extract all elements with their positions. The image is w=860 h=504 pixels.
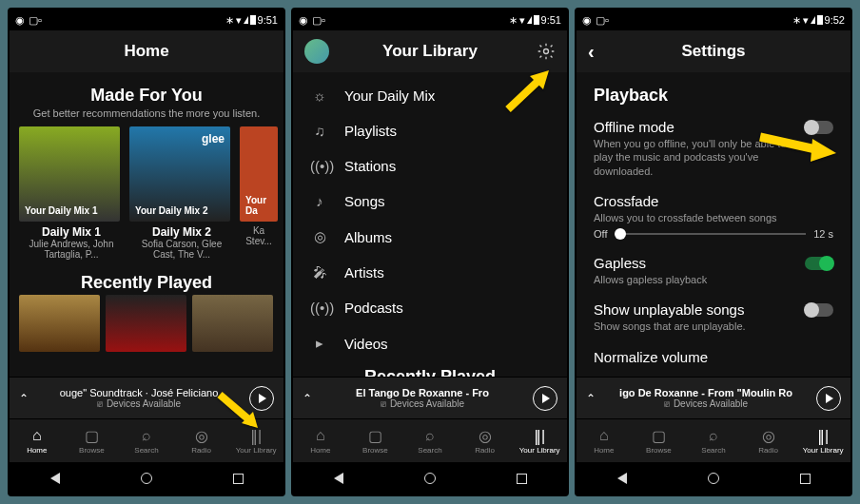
apps-icon: ▢▫ xyxy=(29,14,42,27)
offline-toggle[interactable] xyxy=(805,121,833,134)
nav-videos[interactable]: ▸Videos xyxy=(293,325,567,361)
daily-mix-card[interactable]: Your Da Ka Stev... xyxy=(240,126,278,260)
now-playing-bar[interactable]: ⌃ ouge" Soundtrack · José Feliciano ⎚Dev… xyxy=(10,377,283,418)
clock: 9:51 xyxy=(258,14,278,26)
now-playing-bar[interactable]: ⌃ El Tango De Roxanne - Fro ⎚Devices Ava… xyxy=(293,377,567,418)
back-button[interactable] xyxy=(50,473,60,484)
status-bar: ◉▢▫ ∗▾ 9:51 xyxy=(293,10,567,30)
unplayable-toggle[interactable] xyxy=(805,303,833,317)
bottom-tabs: ⌂Home ▢Browse ⌕Search ◎Radio ‖|Your Libr… xyxy=(10,418,283,462)
mic-icon: 🎤︎ xyxy=(310,264,329,281)
recently-played-title: Recently Played xyxy=(10,273,283,293)
note-icon: ♫ xyxy=(310,123,329,139)
setting-offline-mode[interactable]: Offline mode When you go offline, you'll… xyxy=(594,119,833,178)
nav-albums[interactable]: ◎Albums xyxy=(293,219,567,255)
home-button[interactable] xyxy=(708,473,719,484)
library-list: ☼Your Daily Mix ♫Playlists ((•))Stations… xyxy=(293,72,567,361)
battery-icon xyxy=(250,15,256,25)
tab-browse[interactable]: ▢Browse xyxy=(632,419,687,462)
song-icon: ♪ xyxy=(310,193,329,209)
android-nav xyxy=(293,462,567,494)
recents-button[interactable] xyxy=(233,474,244,484)
header-title: Settings xyxy=(681,42,745,61)
nav-songs[interactable]: ♪Songs xyxy=(293,184,567,219)
recents-button[interactable] xyxy=(517,474,527,484)
screen-home: ◉ ▢▫ ∗ ▾ 9:51 Home Made For You Get bett… xyxy=(8,8,285,496)
tab-browse[interactable]: ▢Browse xyxy=(348,419,403,462)
tab-search[interactable]: ⌕Search xyxy=(686,419,741,462)
sun-icon: ☼ xyxy=(310,87,329,104)
tab-library[interactable]: ‖|Your Library xyxy=(795,419,850,462)
android-nav xyxy=(577,462,850,494)
made-for-you-title: Made For You xyxy=(10,86,283,106)
gapless-toggle[interactable] xyxy=(805,257,833,270)
tab-library[interactable]: ‖|Your Library xyxy=(228,419,283,462)
devices-icon: ⎚ xyxy=(664,398,670,409)
tab-home[interactable]: ⌂Home xyxy=(577,419,632,462)
bluetooth-icon: ∗ xyxy=(225,14,234,27)
tab-home[interactable]: ⌂Home xyxy=(10,419,65,462)
podcast-icon: ((•)) xyxy=(310,300,329,316)
daily-mix-row[interactable]: Your Daily Mix 1 Daily Mix 1 Julie Andre… xyxy=(10,126,283,260)
spotify-icon: ◉ xyxy=(15,14,25,27)
chevron-up-icon[interactable]: ⌃ xyxy=(19,392,29,405)
nav-podcasts[interactable]: ((•))Podcasts xyxy=(293,290,567,325)
recently-played-row[interactable] xyxy=(10,295,283,352)
video-icon: ▸ xyxy=(310,335,329,352)
play-button[interactable] xyxy=(533,386,557,411)
header-settings: ‹ Settings xyxy=(577,30,850,72)
tab-radio[interactable]: ◎Radio xyxy=(741,419,796,462)
settings-content: Playback Offline mode When you go offlin… xyxy=(577,72,850,377)
tab-search[interactable]: ⌕Search xyxy=(119,419,174,462)
home-icon: ⌂ xyxy=(32,427,42,444)
settings-gear-icon[interactable] xyxy=(537,42,556,61)
tab-browse[interactable]: ▢Browse xyxy=(65,419,120,462)
daily-mix-card[interactable]: Your Daily Mix 1 Daily Mix 1 Julie Andre… xyxy=(19,126,124,260)
tab-home[interactable]: ⌂Home xyxy=(293,419,348,462)
back-button[interactable] xyxy=(617,473,627,484)
android-nav xyxy=(10,462,283,494)
nav-artists[interactable]: 🎤︎Artists xyxy=(293,255,567,290)
disc-icon: ◎ xyxy=(310,228,329,245)
setting-gapless[interactable]: Gapless Allows gapless playback xyxy=(594,255,833,286)
clock: 9:52 xyxy=(825,14,845,26)
tab-search[interactable]: ⌕Search xyxy=(402,419,458,462)
tab-radio[interactable]: ◎Radio xyxy=(174,419,229,462)
browse-icon: ▢ xyxy=(85,427,99,444)
screen-library: ◉▢▫ ∗▾ 9:51 Your Library ☼Your Daily Mix… xyxy=(291,8,569,496)
tab-library[interactable]: ‖|Your Library xyxy=(512,419,567,462)
back-button[interactable] xyxy=(334,473,343,484)
nav-playlists[interactable]: ♫Playlists xyxy=(293,113,567,148)
setting-crossfade[interactable]: Crossfade Allows you to crossfade betwee… xyxy=(594,193,833,240)
back-chevron-icon[interactable]: ‹ xyxy=(588,41,595,63)
signal-icon xyxy=(244,16,248,24)
screen-settings: ◉▢▫ ∗▾ 9:52 ‹ Settings Playback Offline … xyxy=(575,8,852,496)
tab-radio[interactable]: ◎Radio xyxy=(458,419,513,462)
clock: 9:51 xyxy=(541,14,561,26)
home-button[interactable] xyxy=(424,473,436,484)
header-title: Home xyxy=(124,42,168,61)
chevron-up-icon[interactable]: ⌃ xyxy=(586,392,596,405)
library-content: ☼Your Daily Mix ♫Playlists ((•))Stations… xyxy=(293,72,567,377)
daily-mix-card[interactable]: gleeYour Daily Mix 2 Daily Mix 2 Sofia C… xyxy=(129,126,234,260)
antenna-icon: ((•)) xyxy=(310,158,329,174)
setting-normalize[interactable]: Normalize volume xyxy=(594,349,833,365)
crossfade-slider[interactable] xyxy=(615,233,806,235)
radio-icon: ◎ xyxy=(195,427,208,444)
play-button[interactable] xyxy=(816,386,841,411)
library-icon: ‖| xyxy=(250,427,262,444)
wifi-icon: ▾ xyxy=(236,14,242,27)
nav-daily-mix[interactable]: ☼Your Daily Mix xyxy=(293,78,567,113)
recents-button[interactable] xyxy=(800,474,811,484)
now-playing-bar[interactable]: ⌃ igo De Roxanne - From "Moulin Ro ⎚Devi… xyxy=(577,377,850,418)
nav-stations[interactable]: ((•))Stations xyxy=(293,148,567,184)
bottom-tabs: ⌂Home ▢Browse ⌕Search ◎Radio ‖|Your Libr… xyxy=(293,418,567,462)
search-icon: ⌕ xyxy=(142,427,151,444)
play-button[interactable] xyxy=(249,386,274,411)
setting-unplayable[interactable]: Show unplayable songs Show songs that ar… xyxy=(594,301,833,333)
home-button[interactable] xyxy=(141,473,152,484)
chevron-up-icon[interactable]: ⌃ xyxy=(303,392,312,405)
settings-category: Playback xyxy=(594,86,833,106)
avatar[interactable] xyxy=(304,39,329,64)
bottom-tabs: ⌂Home ▢Browse ⌕Search ◎Radio ‖|Your Libr… xyxy=(577,418,850,462)
